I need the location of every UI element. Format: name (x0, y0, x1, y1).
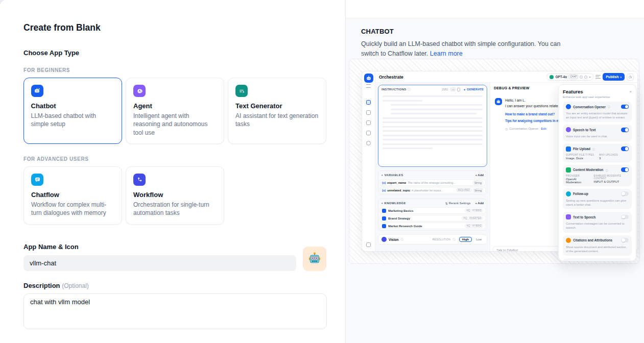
variable-icon: {x} (382, 181, 386, 184)
image-tab-icon (366, 110, 371, 115)
model-name: GPT-4o (555, 75, 567, 79)
choose-app-type-label: Choose App Type (23, 49, 326, 57)
instructions-label: INSTRUCTIONS (381, 88, 407, 91)
beginner-cards: Chatbot LLM-based chatbot with simple se… (23, 78, 326, 144)
file-upload-icon (566, 146, 571, 152)
robot-emoji-icon (307, 252, 322, 266)
app-type-heading: CHATBOT (361, 28, 632, 35)
knowledge-row: Marketing Basics HQ · HYBRID (379, 207, 486, 214)
app-type-description: Quickly build an LLM-based chatbot with … (361, 39, 570, 59)
feature-content-moderation: Content Moderation ⓘ PROVIDEROpenAI Mode… (563, 165, 632, 186)
card-agent[interactable]: Agent Intelligent agent with reasoning a… (126, 78, 224, 144)
app-type-info-panel: CHATBOT Quickly build an LLM-based chatb… (346, 0, 644, 343)
knowledge-row: Brand Strategy HQ · INVERTED (379, 215, 486, 222)
card-desc: Orchestration for single-turn automation… (133, 201, 217, 217)
card-chatflow[interactable]: Chatflow Workflow for complex multi-turn… (23, 166, 122, 225)
feature-citations: Citations and Attributions Show source d… (563, 235, 632, 256)
feature-file-upload: File Upload ⓘ SUPPORT FILE TYPESImage, D… (563, 144, 632, 162)
publish-button: Publish ▾ (603, 73, 625, 81)
vision-row: Vision ⓘ RESOLUTION ⓘ High Low (378, 234, 487, 244)
vision-icon (381, 237, 387, 242)
doc-tab-icon (366, 120, 371, 125)
copy-icon (457, 88, 460, 91)
shuffle-icon (366, 84, 371, 88)
toggle-on (621, 105, 629, 109)
knowledge-section: ▾ KNOWLEDGE ⇅ Rerank Settings + Add (378, 199, 487, 231)
history-icon: ◷ (627, 74, 634, 81)
description-input[interactable]: chat with vllm model (23, 293, 327, 329)
device-icon (366, 242, 371, 247)
speech-to-text-icon (566, 127, 571, 132)
toggle-off (621, 238, 629, 242)
instructions-placeholder-text (378, 92, 487, 155)
card-chatbot[interactable]: Chatbot LLM-based chatbot with simple se… (23, 78, 122, 144)
chatbot-preview-image: Orchestrate GPT-4o CHAT ▾ Publish ▾ (349, 59, 639, 264)
toggle-on (621, 167, 629, 172)
chatflow-icon (31, 174, 43, 186)
settings-icon (584, 76, 587, 79)
knowledge-row: Market Research Guide HQ · HYBRID (379, 223, 486, 229)
globe-tab-icon (366, 141, 371, 145)
rerank-icon: ⇅ (445, 202, 448, 205)
variables-section: ▾ VARIABLES + Add {x} expert_name The na… (378, 170, 487, 195)
workflow-icon (133, 174, 146, 186)
toggle-off (621, 191, 629, 196)
card-workflow[interactable]: Workflow Orchestration for single-turn a… (126, 166, 224, 225)
card-desc: AI assistant for text generation tasks (235, 112, 319, 129)
learn-more-link[interactable]: Learn more (430, 50, 463, 57)
dataset-icon (382, 216, 386, 220)
retrieval-badge: HQ · HYBRID (465, 209, 483, 212)
create-app-dialog: Create from Blank Choose App Type FOR BE… (0, 0, 644, 343)
text-generator-icon (235, 85, 248, 97)
conversation-opener-icon (566, 104, 571, 109)
toggle-on (621, 128, 629, 132)
app-name-input[interactable] (23, 255, 296, 271)
text-to-speech-icon (566, 214, 571, 219)
chevron-down-icon: ▾ (589, 76, 590, 79)
feature-annotation-reply: Annotation Reply (563, 258, 632, 261)
model-provider-icon (550, 75, 554, 79)
close-icon: × (629, 89, 632, 94)
add-variable-button: + Add (475, 174, 484, 177)
temperature-icon (580, 76, 583, 79)
info-icon: ⓘ (605, 168, 608, 172)
features-panel: Features × Enhance web app user experien… (558, 84, 636, 261)
app-name-label: App Name & Icon (23, 243, 296, 251)
app-icon-picker[interactable] (303, 247, 326, 271)
chatbot-icon (31, 85, 43, 97)
toggle-off (621, 215, 629, 219)
card-text-generator[interactable]: Text Generator AI assistant for text gen… (228, 78, 326, 144)
card-name: Chatbot (31, 102, 115, 110)
group-label-beginners: FOR BEGINNERS (23, 67, 326, 73)
annotation-reply-icon (566, 261, 571, 261)
variable-row: {x} unrelated_topic A placeholder for to… (379, 187, 486, 193)
card-name: Workflow (133, 191, 217, 199)
model-mode-badge: CHAT (568, 75, 578, 79)
card-desc: Intelligent agent with reasoning and aut… (133, 112, 217, 137)
info-icon: ⓘ (452, 238, 456, 241)
follow-up-icon (566, 191, 571, 197)
preview-sidebar (362, 71, 375, 251)
char-count: 2182 (442, 88, 448, 91)
generate-button: ✦ GENERATE (463, 88, 484, 91)
sparkle-icon: ✦ (463, 88, 466, 91)
description-label: Description (Optional) (23, 282, 326, 289)
page-title: Create from Blank (23, 22, 326, 33)
card-desc: LLM-based chatbot with simple setup (31, 112, 115, 129)
chevron-down-icon: ▾ (381, 174, 383, 177)
opener-icon: ◷ (505, 127, 508, 131)
prompt-tab-icon (366, 100, 371, 105)
right-top-bar (346, 0, 644, 18)
insert-variable-icon: {x} (450, 87, 456, 91)
app-avatar-icon (364, 74, 373, 83)
edit-link: Edit (541, 127, 546, 130)
resolution-low-option: Low (474, 237, 484, 241)
dataset-icon (382, 209, 386, 213)
info-icon: ⓘ (608, 105, 610, 108)
feature-text-to-speech: Text to Speech Conversation messages can… (563, 212, 632, 232)
chevron-down-icon: ▾ (620, 76, 622, 79)
retrieval-badge: HQ · INVERTED (462, 216, 483, 220)
feature-follow-up: Follow-up Setting up next questions sugg… (563, 189, 632, 209)
feature-conversation-opener: Conversation Opener ⓘ You are an entity … (563, 102, 632, 122)
create-from-blank-panel: Create from Blank Choose App Type FOR BE… (0, 0, 346, 343)
